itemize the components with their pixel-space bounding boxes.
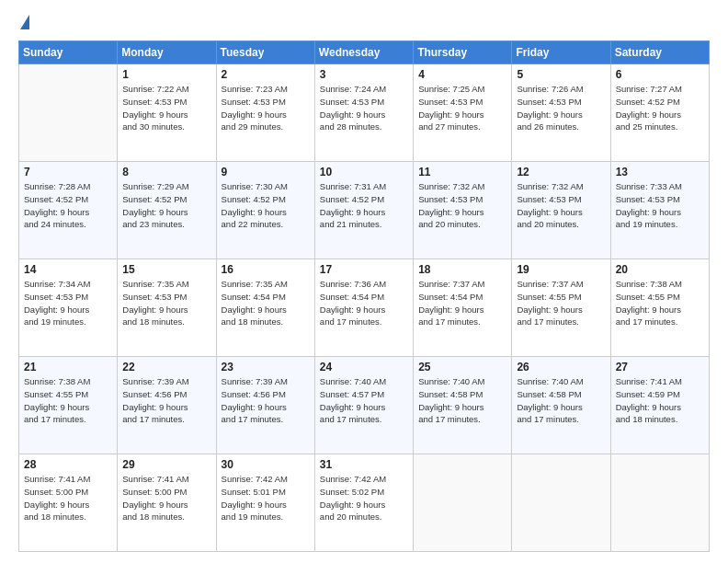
calendar-cell: 16Sunrise: 7:35 AMSunset: 4:54 PMDayligh… [216,259,314,357]
calendar-cell: 5Sunrise: 7:26 AMSunset: 4:53 PMDaylight… [512,64,610,162]
day-info: Sunrise: 7:41 AMSunset: 5:00 PMDaylight:… [122,473,210,523]
header [18,15,710,31]
day-info: Sunrise: 7:25 AMSunset: 4:53 PMDaylight:… [418,83,506,133]
calendar-cell: 19Sunrise: 7:37 AMSunset: 4:55 PMDayligh… [512,259,610,357]
day-info: Sunrise: 7:39 AMSunset: 4:56 PMDaylight:… [122,375,210,426]
logo [18,15,29,31]
day-number: 15 [122,263,210,276]
calendar-cell: 11Sunrise: 7:32 AMSunset: 4:53 PMDayligh… [414,162,512,259]
calendar-week-5: 28Sunrise: 7:41 AMSunset: 5:00 PMDayligh… [19,454,710,552]
calendar-cell: 2Sunrise: 7:23 AMSunset: 4:53 PMDaylight… [216,64,314,162]
day-number: 5 [517,68,605,81]
calendar-cell: 3Sunrise: 7:24 AMSunset: 4:53 PMDaylight… [314,64,413,162]
day-number: 19 [517,263,605,276]
calendar-cell: 28Sunrise: 7:41 AMSunset: 5:00 PMDayligh… [19,454,118,552]
day-number: 6 [616,68,704,81]
day-number: 14 [24,263,112,276]
day-number: 7 [24,166,112,178]
day-number: 16 [222,263,310,276]
calendar-cell: 4Sunrise: 7:25 AMSunset: 4:53 PMDaylight… [414,64,512,162]
day-info: Sunrise: 7:22 AMSunset: 4:53 PMDaylight:… [122,83,210,133]
day-info: Sunrise: 7:32 AMSunset: 4:53 PMDaylight:… [517,180,605,231]
day-info: Sunrise: 7:28 AMSunset: 4:52 PMDaylight:… [24,180,112,231]
day-number: 4 [418,68,506,81]
day-info: Sunrise: 7:36 AMSunset: 4:54 PMDaylight:… [320,278,408,328]
calendar-cell: 27Sunrise: 7:41 AMSunset: 4:59 PMDayligh… [610,357,709,454]
calendar-header-thursday: Thursday [414,41,512,64]
day-info: Sunrise: 7:42 AMSunset: 5:01 PMDaylight:… [222,473,310,523]
day-info: Sunrise: 7:32 AMSunset: 4:53 PMDaylight:… [418,180,506,231]
calendar-header-friday: Friday [512,41,610,64]
day-info: Sunrise: 7:39 AMSunset: 4:56 PMDaylight:… [222,375,310,426]
day-info: Sunrise: 7:41 AMSunset: 4:59 PMDaylight:… [616,375,704,426]
day-info: Sunrise: 7:40 AMSunset: 4:58 PMDaylight:… [418,375,506,426]
day-number: 2 [222,68,310,81]
day-number: 3 [320,68,408,81]
day-info: Sunrise: 7:41 AMSunset: 5:00 PMDaylight:… [24,473,112,523]
day-info: Sunrise: 7:34 AMSunset: 4:53 PMDaylight:… [24,278,112,328]
day-number: 9 [222,166,310,178]
calendar-cell: 18Sunrise: 7:37 AMSunset: 4:54 PMDayligh… [414,259,512,357]
calendar-cell: 6Sunrise: 7:27 AMSunset: 4:52 PMDaylight… [610,64,709,162]
calendar-header-monday: Monday [118,41,216,64]
day-number: 24 [320,361,408,373]
calendar-cell: 13Sunrise: 7:33 AMSunset: 4:53 PMDayligh… [610,162,709,259]
day-number: 26 [517,361,605,373]
day-number: 25 [418,361,506,373]
day-info: Sunrise: 7:38 AMSunset: 4:55 PMDaylight:… [616,278,704,328]
calendar-header-row: SundayMondayTuesdayWednesdayThursdayFrid… [19,41,710,64]
calendar-cell: 7Sunrise: 7:28 AMSunset: 4:52 PMDaylight… [19,162,118,259]
calendar-cell: 14Sunrise: 7:34 AMSunset: 4:53 PMDayligh… [19,259,118,357]
calendar-cell: 17Sunrise: 7:36 AMSunset: 4:54 PMDayligh… [314,259,413,357]
day-number: 10 [320,166,408,178]
calendar-week-1: 1Sunrise: 7:22 AMSunset: 4:53 PMDaylight… [19,64,710,162]
calendar-cell: 20Sunrise: 7:38 AMSunset: 4:55 PMDayligh… [610,259,709,357]
calendar-header-tuesday: Tuesday [216,41,314,64]
day-info: Sunrise: 7:29 AMSunset: 4:52 PMDaylight:… [122,180,210,231]
calendar-cell: 29Sunrise: 7:41 AMSunset: 5:00 PMDayligh… [118,454,216,552]
calendar-cell: 21Sunrise: 7:38 AMSunset: 4:55 PMDayligh… [19,357,118,454]
calendar-cell: 8Sunrise: 7:29 AMSunset: 4:52 PMDaylight… [118,162,216,259]
day-number: 31 [320,458,408,471]
calendar-cell [19,64,118,162]
day-info: Sunrise: 7:23 AMSunset: 4:53 PMDaylight:… [222,83,310,133]
calendar-cell: 25Sunrise: 7:40 AMSunset: 4:58 PMDayligh… [414,357,512,454]
day-info: Sunrise: 7:33 AMSunset: 4:53 PMDaylight:… [616,180,704,231]
day-info: Sunrise: 7:27 AMSunset: 4:52 PMDaylight:… [616,83,704,133]
day-number: 28 [24,458,112,471]
calendar-table: SundayMondayTuesdayWednesdayThursdayFrid… [18,40,710,552]
day-info: Sunrise: 7:31 AMSunset: 4:52 PMDaylight:… [320,180,408,231]
logo-triangle-icon [20,15,29,29]
calendar-week-2: 7Sunrise: 7:28 AMSunset: 4:52 PMDaylight… [19,162,710,259]
calendar-cell: 26Sunrise: 7:40 AMSunset: 4:58 PMDayligh… [512,357,610,454]
day-number: 13 [616,166,704,178]
calendar-week-4: 21Sunrise: 7:38 AMSunset: 4:55 PMDayligh… [19,357,710,454]
day-number: 21 [24,361,112,373]
day-info: Sunrise: 7:35 AMSunset: 4:54 PMDaylight:… [222,278,310,328]
day-number: 12 [517,166,605,178]
day-number: 20 [616,263,704,276]
calendar-cell: 9Sunrise: 7:30 AMSunset: 4:52 PMDaylight… [216,162,314,259]
calendar-week-3: 14Sunrise: 7:34 AMSunset: 4:53 PMDayligh… [19,259,710,357]
calendar-cell: 24Sunrise: 7:40 AMSunset: 4:57 PMDayligh… [314,357,413,454]
day-info: Sunrise: 7:40 AMSunset: 4:57 PMDaylight:… [320,375,408,426]
day-info: Sunrise: 7:37 AMSunset: 4:55 PMDaylight:… [517,278,605,328]
day-info: Sunrise: 7:30 AMSunset: 4:52 PMDaylight:… [222,180,310,231]
calendar-cell: 10Sunrise: 7:31 AMSunset: 4:52 PMDayligh… [314,162,413,259]
day-number: 30 [222,458,310,471]
day-number: 23 [222,361,310,373]
day-number: 27 [616,361,704,373]
day-number: 1 [122,68,210,81]
calendar-header-sunday: Sunday [19,41,118,64]
day-info: Sunrise: 7:38 AMSunset: 4:55 PMDaylight:… [24,375,112,426]
day-number: 17 [320,263,408,276]
day-number: 29 [122,458,210,471]
calendar-cell [610,454,709,552]
calendar-cell [512,454,610,552]
calendar-cell: 12Sunrise: 7:32 AMSunset: 4:53 PMDayligh… [512,162,610,259]
calendar-cell: 30Sunrise: 7:42 AMSunset: 5:01 PMDayligh… [216,454,314,552]
day-info: Sunrise: 7:26 AMSunset: 4:53 PMDaylight:… [517,83,605,133]
day-info: Sunrise: 7:24 AMSunset: 4:53 PMDaylight:… [320,83,408,133]
day-number: 11 [418,166,506,178]
page: SundayMondayTuesdayWednesdayThursdayFrid… [0,0,728,563]
